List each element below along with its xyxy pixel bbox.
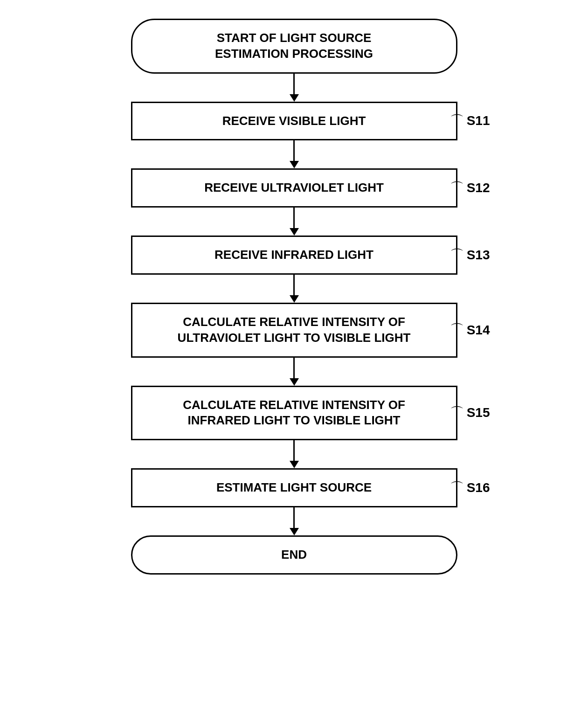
s14-node-center: CALCULATE RELATIVE INTENSITY OF ULTRAVIO…: [84, 303, 504, 358]
arrow-connector-5: [290, 440, 299, 468]
s11-squiggle: ⌒: [450, 111, 464, 131]
start-node: START OF LIGHT SOURCE ESTIMATION PROCESS…: [131, 19, 457, 74]
s13-label: S13: [467, 248, 490, 263]
s12-node-center: RECEIVE ULTRAVIOLET LIGHT: [84, 168, 504, 208]
arrow-line-5: [293, 440, 295, 461]
end-node-center: END: [84, 535, 504, 575]
arrow-connector-2: [290, 208, 299, 236]
arrow-head-1: [290, 161, 299, 168]
s16-label: S16: [467, 480, 490, 495]
s12-label-area: ⌒ S12: [450, 179, 490, 198]
s14-label: S14: [467, 323, 490, 338]
arrow-connector-6: [290, 507, 299, 535]
arrow-5: [290, 440, 299, 468]
arrow-head-3: [290, 295, 299, 303]
flowchart: START OF LIGHT SOURCE ESTIMATION PROCESS…: [84, 19, 504, 575]
s16-squiggle: ⌒: [450, 478, 464, 498]
s13-node-wrapper: RECEIVE INFRARED LIGHT ⌒ S13: [84, 236, 504, 275]
s15-node-wrapper: CALCULATE RELATIVE INTENSITY OF INFRARED…: [84, 386, 504, 441]
arrow-4: [290, 358, 299, 386]
s13-label-area: ⌒ S13: [450, 246, 490, 265]
s11-label: S11: [467, 113, 490, 128]
arrow-0: [290, 74, 299, 102]
arrow-connector-0: [290, 74, 299, 102]
s14-node: CALCULATE RELATIVE INTENSITY OF ULTRAVIO…: [131, 303, 457, 358]
s11-node-center: RECEIVE VISIBLE LIGHT: [84, 102, 504, 141]
arrow-1: [290, 140, 299, 168]
arrow-6: [290, 507, 299, 535]
s11-node-wrapper: RECEIVE VISIBLE LIGHT ⌒ S11: [84, 102, 504, 141]
arrow-line-6: [293, 507, 295, 528]
arrow-3: [290, 275, 299, 303]
arrow-line-3: [293, 275, 295, 295]
end-node: END: [131, 535, 457, 575]
arrow-head-4: [290, 378, 299, 386]
arrow-head-5: [290, 461, 299, 468]
start-node-center: START OF LIGHT SOURCE ESTIMATION PROCESS…: [84, 19, 504, 74]
arrow-head-2: [290, 228, 299, 236]
end-node-wrapper: END: [84, 535, 504, 575]
arrow-line-4: [293, 358, 295, 378]
arrow-head-0: [290, 94, 299, 102]
s12-label: S12: [467, 180, 490, 195]
s14-squiggle: ⌒: [450, 320, 464, 340]
s16-node: ESTIMATE LIGHT SOURCE: [131, 468, 457, 507]
arrow-head-6: [290, 528, 299, 535]
s11-label-area: ⌒ S11: [450, 111, 490, 131]
s15-squiggle: ⌒: [450, 403, 464, 423]
s13-squiggle: ⌒: [450, 246, 464, 265]
arrow-line-0: [293, 74, 295, 94]
s15-node-center: CALCULATE RELATIVE INTENSITY OF INFRARED…: [84, 386, 504, 441]
arrow-2: [290, 208, 299, 236]
s12-node-wrapper: RECEIVE ULTRAVIOLET LIGHT ⌒ S12: [84, 168, 504, 208]
arrow-connector-3: [290, 275, 299, 303]
s15-label-area: ⌒ S15: [450, 403, 490, 423]
s13-node-center: RECEIVE INFRARED LIGHT: [84, 236, 504, 275]
s16-label-area: ⌒ S16: [450, 478, 490, 498]
arrow-line-2: [293, 208, 295, 228]
start-node-wrapper: START OF LIGHT SOURCE ESTIMATION PROCESS…: [84, 19, 504, 74]
s13-node: RECEIVE INFRARED LIGHT: [131, 236, 457, 275]
s11-node: RECEIVE VISIBLE LIGHT: [131, 102, 457, 141]
s15-label: S15: [467, 405, 490, 420]
arrow-connector-1: [290, 140, 299, 168]
s12-node: RECEIVE ULTRAVIOLET LIGHT: [131, 168, 457, 208]
s15-node: CALCULATE RELATIVE INTENSITY OF INFRARED…: [131, 386, 457, 441]
s16-node-wrapper: ESTIMATE LIGHT SOURCE ⌒ S16: [84, 468, 504, 507]
s12-squiggle: ⌒: [450, 179, 464, 198]
arrow-connector-4: [290, 358, 299, 386]
s14-node-wrapper: CALCULATE RELATIVE INTENSITY OF ULTRAVIO…: [84, 303, 504, 358]
s14-label-area: ⌒ S14: [450, 320, 490, 340]
arrow-line-1: [293, 140, 295, 161]
s16-node-center: ESTIMATE LIGHT SOURCE: [84, 468, 504, 507]
